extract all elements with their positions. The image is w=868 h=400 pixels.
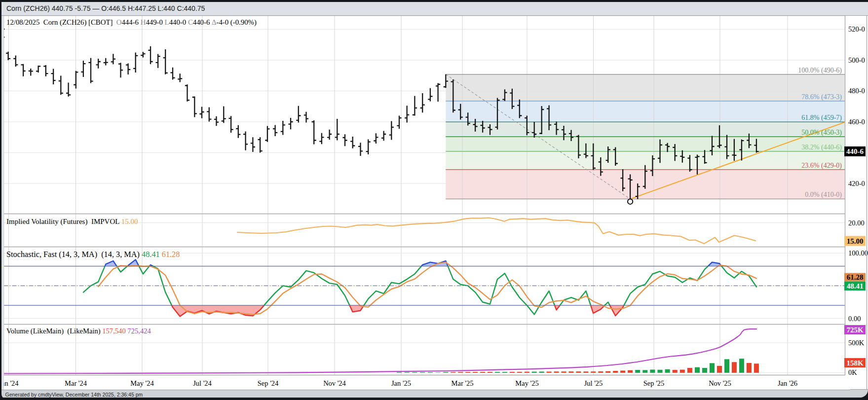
svg-text:100.00: 100.00 [848,249,868,257]
svg-text:Jul '24: Jul '24 [193,379,212,387]
svg-text:Mar '24: Mar '24 [65,379,87,387]
svg-text:158K: 158K [846,359,864,367]
svg-text:440-6: 440-6 [846,147,864,155]
svg-text:500-0: 500-0 [848,56,865,64]
svg-text:Stochastic, Fast (14, 3, MA): Stochastic, Fast (14, 3, MA) (14, 3, MA)… [6,250,180,259]
svg-text:0.0% (410-0): 0.0% (410-0) [805,191,842,199]
svg-text:May '25: May '25 [515,379,538,387]
svg-text:520-0: 520-0 [848,25,865,33]
svg-text:Implied Volatility (Futures): Implied Volatility (Futures) IMPVOL 15.0… [6,218,138,226]
svg-text:Jul '25: Jul '25 [584,379,603,387]
svg-text:0K: 0K [848,368,857,376]
svg-text:0.00: 0.00 [848,315,861,323]
svg-text:15.00: 15.00 [847,237,864,245]
svg-text:50.0% (450-3): 50.0% (450-3) [801,129,842,137]
svg-text:460-0: 460-0 [848,118,865,126]
svg-text:Nov '24: Nov '24 [323,379,346,387]
svg-text:420-0: 420-0 [848,180,865,187]
svg-text:12/08/2025 Corn (ZCH26) [CBOT: 12/08/2025 Corn (ZCH26) [CBOT] O444-6 H4… [6,18,257,27]
svg-text:61.8% (459-7): 61.8% (459-7) [801,114,842,122]
svg-text:725K: 725K [846,326,864,334]
svg-text:38.2% (440-6): 38.2% (440-6) [801,144,842,151]
svg-text:78.6% (473-3): 78.6% (473-3) [801,93,842,101]
svg-text:Sep '25: Sep '25 [643,379,665,387]
svg-text:500K: 500K [848,339,865,347]
svg-text:Jan '26: Jan '26 [778,379,797,387]
svg-text:20.00: 20.00 [848,219,865,227]
svg-text:Mar '25: Mar '25 [452,379,474,387]
svg-text:48.41: 48.41 [847,282,864,290]
svg-text:Nov '25: Nov '25 [709,379,731,387]
svg-text:Volume (LikeMain) (LikeMain): Volume (LikeMain) (LikeMain) 157,540 725… [6,327,151,335]
svg-text:Sep '24: Sep '24 [258,379,279,387]
svg-text:Jan '25: Jan '25 [391,379,411,387]
svg-text:May '24: May '24 [130,379,154,387]
svg-text:61.28: 61.28 [847,273,864,281]
svg-text:480-0: 480-0 [848,87,865,95]
svg-text:23.6% (429-0): 23.6% (429-0) [801,162,842,170]
svg-text:100.0% (490-6): 100.0% (490-6) [798,67,842,74]
